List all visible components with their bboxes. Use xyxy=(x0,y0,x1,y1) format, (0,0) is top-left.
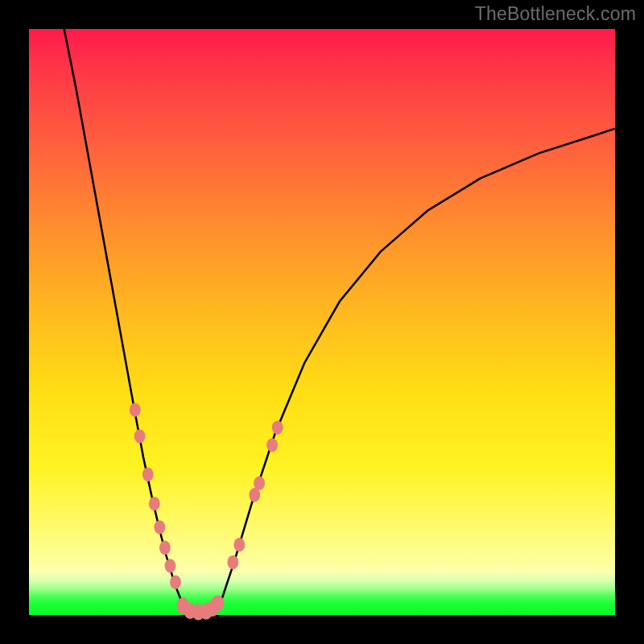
bottleneck-curve xyxy=(29,29,615,615)
dots-valley xyxy=(176,595,224,620)
data-dot xyxy=(266,438,278,452)
data-dot xyxy=(159,541,171,555)
data-dot xyxy=(134,429,146,443)
data-dot xyxy=(254,477,265,490)
data-dot xyxy=(227,555,238,569)
data-dot xyxy=(272,420,283,434)
chart-frame: TheBottleneck.com xyxy=(0,0,644,644)
data-dot xyxy=(154,520,165,534)
data-dot xyxy=(170,576,181,589)
data-dot xyxy=(142,468,154,481)
data-dot xyxy=(149,497,160,510)
curve-right-path xyxy=(213,129,615,613)
dots-right-branch xyxy=(227,420,283,569)
data-dot xyxy=(233,538,245,551)
dots-left-branch xyxy=(130,403,181,589)
watermark-text: TheBottleneck.com xyxy=(475,3,636,25)
data-dot xyxy=(211,595,224,611)
curve-group xyxy=(64,29,615,614)
data-dot xyxy=(165,559,176,572)
curve-left-path xyxy=(64,29,188,613)
data-dot xyxy=(130,403,141,417)
